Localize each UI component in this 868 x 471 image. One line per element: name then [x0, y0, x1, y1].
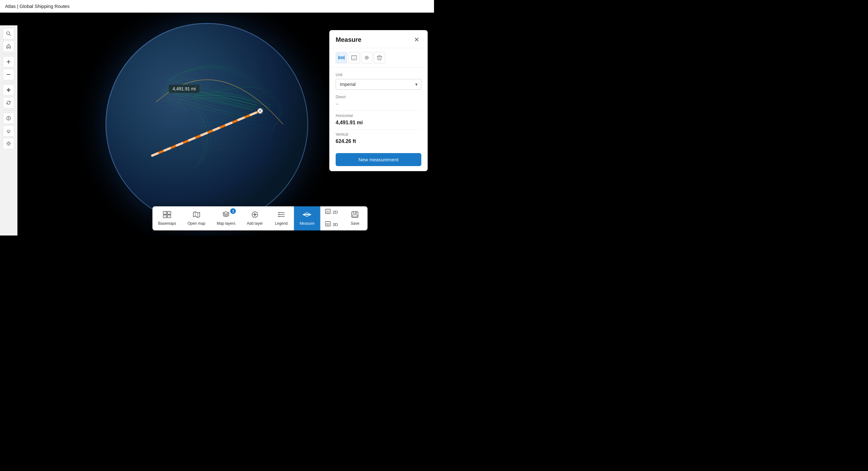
- toolbar-separator-3: [2, 110, 15, 111]
- svg-rect-70: [353, 212, 356, 214]
- save-btn[interactable]: Save: [342, 206, 368, 230]
- horizontal-section: Horizontal 4,491.91 mi: [336, 113, 421, 126]
- svg-marker-19: [8, 118, 9, 120]
- add-layer-icon: [251, 211, 258, 220]
- horizontal-label: Horizontal: [336, 113, 421, 118]
- map-layers-label: Map layers: [217, 221, 236, 226]
- svg-point-1: [106, 24, 308, 225]
- svg-rect-71: [353, 215, 357, 217]
- open-map-icon: [193, 211, 200, 220]
- close-panel-btn[interactable]: ✕: [412, 35, 421, 44]
- map-layers-badge: 1: [230, 208, 236, 214]
- globe-container: 4,491.91 mi: [105, 23, 308, 226]
- toolbar-separator-1: [2, 54, 15, 54]
- globe[interactable]: 4,491.91 mi: [105, 23, 308, 226]
- divider-1: [336, 111, 421, 111]
- pan-btn[interactable]: [3, 84, 14, 96]
- area-tool-btn[interactable]: [348, 52, 360, 63]
- left-toolbar: [0, 25, 18, 236]
- zoom-in-btn[interactable]: [3, 56, 14, 68]
- measure-panel: Measure ✕: [329, 30, 428, 171]
- svg-line-13: [9, 34, 10, 35]
- svg-point-60: [279, 212, 279, 213]
- save-icon: [351, 211, 359, 220]
- svg-line-22: [9, 132, 9, 133]
- svg-line-29: [10, 145, 10, 145]
- horizontal-value: 4,491.91 mi: [336, 120, 421, 126]
- legend-icon: [278, 211, 285, 220]
- measure-btn[interactable]: Measure: [294, 206, 320, 230]
- panel-toolbar: [329, 48, 428, 68]
- svg-line-30: [10, 142, 10, 142]
- basemaps-label: Basemaps: [158, 221, 176, 226]
- 2d-btn[interactable]: 2D 2D: [320, 206, 342, 218]
- delete-tool-btn[interactable]: [374, 52, 385, 63]
- 2d-label: 2D: [333, 210, 338, 214]
- svg-point-61: [279, 214, 279, 215]
- search-btn[interactable]: [3, 28, 14, 39]
- basemaps-btn[interactable]: Basemaps: [152, 206, 182, 230]
- zoom-out-btn[interactable]: [3, 69, 14, 80]
- svg-rect-38: [351, 56, 356, 60]
- panel-title: Measure: [336, 36, 361, 43]
- save-label: Save: [350, 221, 359, 226]
- compass-btn[interactable]: [3, 112, 14, 124]
- measure-tooltip: 4,491.91 mi: [169, 85, 199, 93]
- svg-line-28: [7, 142, 7, 142]
- open-map-label: Open map: [187, 221, 205, 226]
- toolbar-separator-2: [2, 82, 15, 82]
- daylight-btn[interactable]: [3, 138, 14, 149]
- map-layers-icon: [222, 211, 230, 220]
- measure-tooltip-value: 4,491.91 mi: [173, 86, 196, 91]
- home-btn[interactable]: [3, 41, 14, 52]
- measure-icon: [303, 211, 312, 220]
- divider-2: [336, 129, 421, 130]
- svg-point-23: [8, 143, 9, 144]
- measure-label: Measure: [300, 221, 315, 226]
- 3d-icon: 3D: [325, 221, 331, 228]
- direct-label: Direct: [336, 95, 421, 99]
- 3d-btn[interactable]: 3D 3D: [320, 219, 342, 231]
- svg-text:2D: 2D: [326, 210, 330, 213]
- vertical-value: 624.26 ft: [336, 138, 421, 144]
- svg-text:3D: 3D: [326, 223, 330, 226]
- globe-svg: [105, 23, 308, 226]
- vertical-section: Vertical 624.26 ft: [336, 132, 421, 144]
- 3d-label: 3D: [333, 222, 338, 227]
- svg-point-62: [279, 216, 279, 217]
- weather-btn[interactable]: [3, 125, 14, 137]
- map-layers-btn[interactable]: 1 Map layers: [211, 206, 241, 230]
- app-title: Atlas | Global Shipping Routes: [5, 3, 69, 9]
- unit-select-wrapper[interactable]: Imperial Metric: [336, 79, 421, 90]
- close-icon: ✕: [414, 36, 420, 43]
- direct-section: Direct –: [336, 95, 421, 107]
- panel-header: Measure ✕: [329, 30, 428, 48]
- new-measurement-btn[interactable]: New measurement: [336, 153, 421, 166]
- basemaps-icon: [163, 211, 171, 220]
- unit-label: Unit: [336, 73, 421, 77]
- svg-marker-18: [8, 116, 9, 118]
- title-bar: Atlas | Global Shipping Routes: [0, 0, 434, 13]
- distance-tool-btn[interactable]: [336, 52, 347, 63]
- add-layer-label: Add layer: [247, 221, 263, 226]
- direct-value: –: [336, 101, 421, 107]
- unit-select[interactable]: Imperial Metric: [336, 79, 421, 90]
- rotate-btn[interactable]: [3, 97, 14, 108]
- vertical-label: Vertical: [336, 132, 421, 137]
- svg-line-21: [8, 132, 9, 133]
- add-point-tool-btn[interactable]: [361, 52, 372, 63]
- open-map-btn[interactable]: Open map: [182, 206, 211, 230]
- view-toggle: 2D 2D 3D 3D: [320, 206, 342, 230]
- svg-line-31: [7, 145, 7, 145]
- 2d-icon: 2D: [325, 209, 331, 215]
- panel-body: Unit Imperial Metric Direct – Horizontal…: [329, 68, 428, 171]
- add-layer-btn[interactable]: Add layer: [241, 206, 269, 230]
- legend-label: Legend: [275, 221, 288, 226]
- bottom-toolbar: Basemaps Open map 1 Map layers Add layer: [152, 206, 367, 230]
- map-area: 4,491.91 mi: [0, 13, 434, 236]
- legend-btn[interactable]: Legend: [269, 206, 294, 230]
